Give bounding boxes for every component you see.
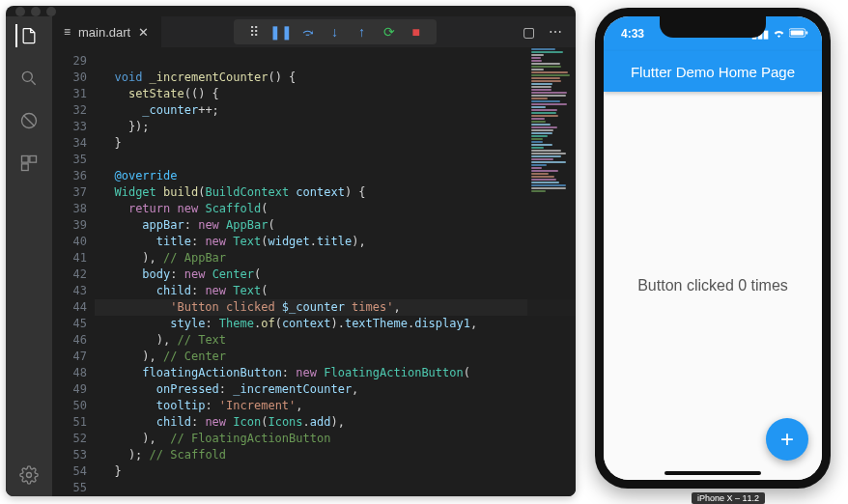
app-bar-title: Flutter Demo Home Page [631,64,795,80]
app-bar: Flutter Demo Home Page [604,51,822,92]
drag-handle-icon[interactable]: ⠿ [241,19,267,44]
explorer-icon[interactable] [15,24,41,47]
code-line[interactable]: title: new Text(widget.title), [100,234,576,250]
svg-point-5 [27,473,32,478]
code-line[interactable]: floatingActionButton: new FloatingAction… [100,365,576,381]
code-line[interactable]: onPressed: _incrementCounter, [100,381,576,398]
code-line[interactable]: child: new Icon(Icons.add), [100,414,576,431]
step-over-button[interactable]: ⤼ [296,19,321,44]
code-line[interactable]: } [100,135,576,152]
code-line[interactable] [100,53,576,70]
more-icon[interactable]: ⋯ [543,19,568,44]
tab-bar: ≡ main.dart ✕ ⠿ ❚❚ ⤼ ↓ ↑ ⟳ ■ ▢ ⋯ [52,16,576,47]
step-into-button[interactable]: ↓ [323,19,348,44]
phone-screen: 4:33 ▮▮▮ Flutter Demo Home Page Button c… [604,16,822,480]
editor-right-toolbar: ▢ ⋯ [508,16,576,47]
svg-rect-4 [22,164,29,171]
code-area[interactable]: void _incrementCounter() { setState(() {… [95,47,576,496]
wifi-icon [773,28,785,40]
ide-window: ≡ main.dart ✕ ⠿ ❚❚ ⤼ ↓ ↑ ⟳ ■ ▢ ⋯ [6,6,576,496]
code-line[interactable]: ), // Text [100,332,576,349]
code-line[interactable]: void _incrementCounter() { [100,70,576,86]
code-line[interactable]: style: Theme.of(context).textTheme.displ… [100,316,576,332]
editor[interactable]: 29 30 31 32 33 34 35 36 37 38 39 40 41 4… [52,47,576,496]
ide-body: ≡ main.dart ✕ ⠿ ❚❚ ⤼ ↓ ↑ ⟳ ■ ▢ ⋯ [6,16,576,496]
battery-icon [789,28,808,40]
simulator-label: iPhone X – 11.2 [692,492,765,504]
settings-gear-icon[interactable] [17,463,41,487]
code-line[interactable] [100,152,576,168]
code-line[interactable]: ), // FloatingActionButton [100,431,576,447]
code-line[interactable]: ); // Scaffold [100,447,576,463]
pause-button[interactable]: ❚❚ [269,19,294,44]
tab-filename: main.dart [78,25,130,40]
code-line[interactable]: @override [100,168,576,184]
traffic-minimize-icon[interactable] [31,7,41,16]
file-icon: ≡ [64,25,71,39]
code-line[interactable]: _counter++; [100,102,576,119]
code-line[interactable]: setState(() { [100,86,576,102]
code-line[interactable]: }); [100,119,576,135]
traffic-zoom-icon[interactable] [46,7,56,16]
counter-text: Button clicked 0 times [637,277,788,294]
code-line[interactable]: Widget build(BuildContext context) { [100,184,576,201]
hot-reload-button[interactable]: ⟳ [377,19,402,44]
debug-icon[interactable] [17,109,41,132]
code-line[interactable]: return new Scaffold( [100,201,576,217]
line-number-gutter: 29 30 31 32 33 34 35 36 37 38 39 40 41 4… [52,47,95,496]
home-indicator[interactable] [664,471,761,475]
window-titlebar [6,6,576,16]
svg-rect-8 [806,31,808,34]
layout-icon[interactable]: ▢ [516,19,541,44]
svg-rect-3 [30,156,37,163]
close-tab-icon[interactable]: ✕ [138,25,149,40]
stop-button[interactable]: ■ [404,19,429,44]
activity-bar [6,16,52,496]
code-line[interactable]: ), // Center [100,349,576,365]
code-line[interactable] [100,480,576,496]
code-line[interactable]: body: new Center( [100,266,576,283]
plus-icon: + [780,426,794,453]
code-line[interactable]: } [100,463,576,480]
svg-point-0 [22,71,32,81]
file-tab[interactable]: ≡ main.dart ✕ [52,16,161,47]
step-out-button[interactable]: ↑ [350,19,375,44]
editor-main: ≡ main.dart ✕ ⠿ ❚❚ ⤼ ↓ ↑ ⟳ ■ ▢ ⋯ [52,16,576,496]
status-time: 4:33 [621,27,644,41]
phone-notch [660,16,766,38]
debug-toolbar: ⠿ ❚❚ ⤼ ↓ ↑ ⟳ ■ [234,19,437,44]
code-line[interactable]: ), // AppBar [100,250,576,266]
extensions-icon[interactable] [17,152,41,175]
floating-action-button[interactable]: + [766,418,808,461]
svg-rect-2 [22,156,29,163]
traffic-close-icon[interactable] [15,7,25,16]
search-icon[interactable] [17,67,41,90]
phone-simulator: 4:33 ▮▮▮ Flutter Demo Home Page Button c… [595,8,831,489]
minimap[interactable] [527,47,576,496]
code-line[interactable]: appBar: new AppBar( [100,217,576,234]
svg-rect-7 [791,31,804,36]
code-line[interactable]: tooltip: 'Increment', [100,398,576,414]
app-body: Button clicked 0 times + [604,92,822,480]
code-line[interactable]: child: new Text( [100,283,576,299]
